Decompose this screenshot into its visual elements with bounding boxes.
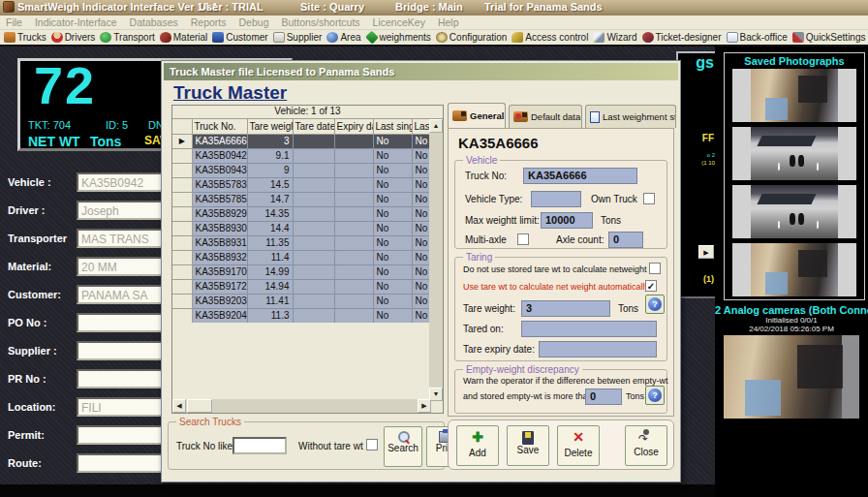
own-truck-checkbox[interactable] xyxy=(643,193,655,204)
tab-default-data[interactable]: Default data xyxy=(509,105,582,128)
table-row[interactable]: KA35B893211.4NoNo xyxy=(172,250,431,264)
cell-truck-no: KA35A6666 xyxy=(192,134,247,148)
menu-file[interactable]: File xyxy=(6,16,22,28)
table-row[interactable]: KA35B917014.99NoNo xyxy=(172,264,431,279)
without-tare-checkbox[interactable] xyxy=(366,439,378,450)
delete-button[interactable]: ✕ Delete xyxy=(557,425,600,466)
toolbar-material[interactable]: Material xyxy=(160,32,208,43)
menu-databases[interactable]: Databases xyxy=(130,16,178,28)
form-input-material[interactable]: 20 MM xyxy=(77,257,165,276)
menu-buttons-shortcuts[interactable]: Buttons/shortcuts xyxy=(281,16,359,28)
multi-axle-checkbox[interactable] xyxy=(517,233,529,245)
toolbar-label-weighments: weighments xyxy=(380,32,431,43)
table-row[interactable]: KA35B09429.1NoNo xyxy=(172,148,431,163)
area-icon xyxy=(326,32,338,43)
toolbar-configuration[interactable]: Configuration xyxy=(436,32,507,43)
scroll-right-button[interactable]: ▶ xyxy=(418,399,431,413)
truck-no-like-input[interactable] xyxy=(232,437,287,454)
column-header-expiry-date[interactable]: Expiry date xyxy=(334,119,373,134)
max-weight-field[interactable]: 10000 xyxy=(541,212,593,229)
menu-reports[interactable]: Reports xyxy=(191,16,227,28)
column-header-tare-date[interactable]: Tare date xyxy=(293,119,334,134)
tare-expiry-field[interactable] xyxy=(539,341,657,357)
form-input-supplier[interactable] xyxy=(77,341,165,360)
tab-general[interactable]: General xyxy=(448,103,506,128)
table-row[interactable]: KA35B578514.7NoNo xyxy=(172,192,431,206)
cell-expiry-date xyxy=(334,148,373,163)
cell-tare-weight: 9.1 xyxy=(247,148,293,163)
form-input-driver[interactable]: Joseph xyxy=(77,201,165,220)
column-header-truck-no[interactable]: Truck No. xyxy=(192,119,247,134)
toolbar-ticket-designer[interactable]: Ticket-designer xyxy=(642,32,722,43)
menu-help[interactable]: Help xyxy=(438,16,459,28)
cell-expiry-date xyxy=(334,235,373,250)
saved-photo-4[interactable] xyxy=(732,243,856,296)
menu-debug[interactable]: Debug xyxy=(239,16,269,28)
table-row[interactable]: KA35B917214.94NoNo xyxy=(172,279,431,294)
form-input-route[interactable] xyxy=(77,453,165,473)
cell-last-single: No xyxy=(373,221,412,235)
tare-weight-field[interactable]: 3 xyxy=(521,300,610,317)
table-row[interactable]: KA35B893014.4NoNo xyxy=(172,221,431,235)
horizontal-scrollbar[interactable]: ◀ ▶ xyxy=(172,399,431,413)
dialog-title-bar[interactable]: Truck Master file Licensed to Panama San… xyxy=(164,63,678,80)
table-row[interactable]: KA35B892914.35NoNo xyxy=(172,206,431,221)
form-input-permit[interactable] xyxy=(77,425,165,445)
form-input-customer[interactable]: PANAMA SA xyxy=(77,285,165,304)
form-input-location[interactable]: FILI xyxy=(77,397,165,417)
saved-photo-1[interactable] xyxy=(732,69,856,122)
cell-last-single: No xyxy=(373,206,412,221)
taring-help-button[interactable]: ? xyxy=(645,295,665,314)
tared-on-field[interactable] xyxy=(521,321,657,337)
column-header-last-single[interactable]: Last single xyxy=(373,119,412,134)
truck-grid[interactable]: Truck No.Tare weightTare dateExpiry date… xyxy=(172,119,432,324)
toolbar-area[interactable]: Area xyxy=(326,32,360,43)
toolbar-wizard[interactable]: Wizard xyxy=(593,32,636,43)
save-button[interactable]: Save xyxy=(507,425,549,466)
discrepancy-field[interactable]: 0 xyxy=(585,388,622,405)
toolbar-supplier[interactable]: Supplier xyxy=(273,32,323,43)
toolbar-quicksettings[interactable]: QuickSettings xyxy=(792,32,866,43)
form-input-vehicle[interactable]: KA35B0942 xyxy=(77,172,165,192)
axle-count-field[interactable]: 0 xyxy=(608,232,643,248)
toolbar-transport[interactable]: Transport xyxy=(100,32,154,43)
column-header-tare-weight[interactable]: Tare weight xyxy=(247,119,293,134)
tab-last-weighment-status[interactable]: Last weighment status xyxy=(585,105,676,128)
scroll-left-button[interactable]: ◀ xyxy=(172,399,186,413)
stored-tare-checkbox[interactable] xyxy=(649,263,661,274)
toolbar-trucks[interactable]: Trucks xyxy=(4,32,46,43)
table-row[interactable]: KA35B09439NoNo xyxy=(172,163,431,177)
table-row[interactable]: KA35B893111.35NoNo xyxy=(172,235,431,250)
menu-indicator-interface[interactable]: Indicator-Interface xyxy=(35,16,117,28)
toolbar-customer[interactable]: Customer xyxy=(212,32,267,43)
vertical-scrollbar[interactable]: ▲ ▼ xyxy=(429,119,443,401)
menu-licencekey[interactable]: LicenceKey xyxy=(373,16,425,28)
saved-photo-3[interactable] xyxy=(732,185,856,238)
wizard-icon xyxy=(593,32,604,43)
column-header-last-l[interactable]: Last l xyxy=(412,119,431,134)
close-button[interactable]: Close xyxy=(625,425,667,466)
vehicle-type-field[interactable] xyxy=(531,191,581,207)
hscroll-thumb[interactable] xyxy=(187,399,212,413)
saved-photo-2[interactable] xyxy=(732,127,856,180)
scroll-up-button[interactable]: ▲ xyxy=(429,119,443,133)
form-input-po-no[interactable] xyxy=(77,313,165,332)
form-input-pr-no[interactable] xyxy=(77,369,165,388)
search-button[interactable]: Search xyxy=(384,426,422,467)
table-row[interactable]: KA35B920311.41NoNo xyxy=(172,294,431,308)
auto-tare-checkbox[interactable]: ✓ xyxy=(645,280,657,292)
truck-no-field[interactable]: KA35A6666 xyxy=(523,168,637,184)
add-button[interactable]: ✚ Add xyxy=(456,425,499,466)
toolbar-drivers[interactable]: Drivers xyxy=(51,32,96,43)
clipped-next-button[interactable]: ▶ xyxy=(698,245,714,259)
toolbar-access-control[interactable]: Access control xyxy=(512,32,588,43)
scroll-down-button[interactable]: ▼ xyxy=(429,388,443,401)
toolbar-back-office[interactable]: Back-office xyxy=(727,32,788,43)
table-row[interactable]: KA35B920411.3NoNo xyxy=(172,308,431,323)
discrepancy-help-button[interactable]: ? xyxy=(645,386,665,405)
table-row[interactable]: ▶KA35A66663NoNo xyxy=(172,134,431,148)
toolbar-weighments[interactable]: weighments xyxy=(366,32,431,43)
table-row[interactable]: KA35B578314.5NoNo xyxy=(172,177,431,192)
form-input-transporter[interactable]: MAS TRANS xyxy=(77,229,165,248)
toolbar-label-transport: Transport xyxy=(113,32,154,43)
